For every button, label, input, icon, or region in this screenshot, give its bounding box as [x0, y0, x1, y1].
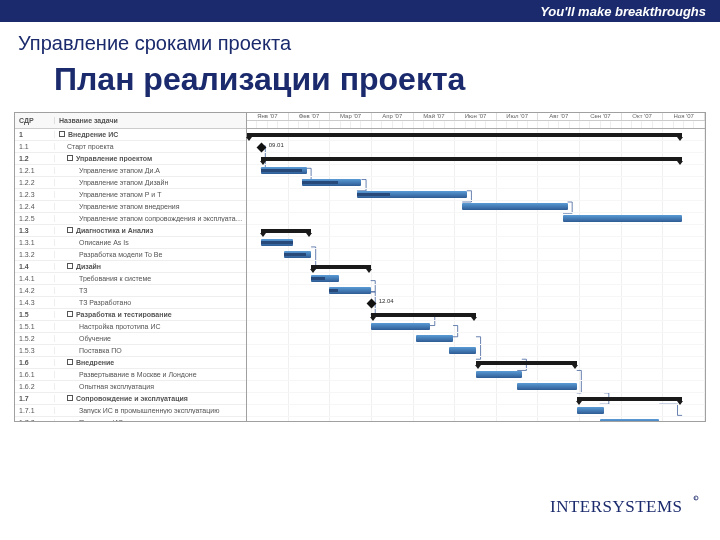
name-cell: Запуск ИС в промышленную эксплуатацию [55, 407, 246, 414]
chart-row: 09.01 [247, 141, 705, 153]
chart-row [247, 129, 705, 141]
wbs-cell: 1.7.1 [15, 407, 55, 414]
collapse-icon [67, 359, 73, 365]
name-cell: Управление проектом [55, 155, 246, 162]
chart-row [247, 213, 705, 225]
collapse-icon [59, 131, 65, 137]
week-cell [445, 121, 455, 128]
table-row: 1.1Старт проекта [15, 141, 246, 153]
task-bar [462, 203, 567, 210]
chart-row [247, 405, 705, 417]
table-row: 1.5.2Обучение [15, 333, 246, 345]
name-cell: Внедрение ИС [55, 131, 246, 138]
week-cell [393, 121, 403, 128]
week-cell [694, 121, 704, 128]
task-bar [357, 191, 467, 198]
name-cell: Опытная эксплуатация [55, 383, 246, 390]
table-header: СДР Название задачи [15, 113, 246, 129]
week-cell [663, 121, 673, 128]
wbs-cell: 1.2.3 [15, 191, 55, 198]
chart-row [247, 393, 705, 405]
task-bar [416, 335, 453, 342]
wbs-cell: 1 [15, 131, 55, 138]
week-cell [622, 121, 632, 128]
task-bar [371, 323, 431, 330]
table-row: 1.2.4Управление этапом внедрения [15, 201, 246, 213]
task-bar [563, 215, 682, 222]
wbs-cell: 1.6.1 [15, 371, 55, 378]
week-cell [611, 121, 621, 128]
page-title: План реализации проекта [54, 61, 720, 98]
name-cell: Сопровождение и эксплуатация [55, 395, 246, 402]
chart-row [247, 249, 705, 261]
task-bar [449, 347, 476, 354]
week-cell [299, 121, 309, 128]
week-cell [320, 121, 330, 128]
week-cell [268, 121, 278, 128]
table-row: 1.6.1Развертывание в Москве и Лондоне [15, 369, 246, 381]
wbs-cell: 1.7 [15, 395, 55, 402]
week-cell [341, 121, 351, 128]
month-header: Ноя '07 [663, 113, 705, 120]
table-row: 1.4.3ТЗ Разработано [15, 297, 246, 309]
summary-bar [261, 157, 682, 161]
chart-row [247, 261, 705, 273]
table-row: 1.2.3Управление этапом Р и Т [15, 189, 246, 201]
week-cell [632, 121, 642, 128]
week-cell [414, 121, 424, 128]
month-header: Авг '07 [538, 113, 580, 120]
wbs-cell: 1.3.1 [15, 239, 55, 246]
collapse-icon [67, 227, 73, 233]
table-row: 1.5.3Поставка ПО [15, 345, 246, 357]
wbs-cell: 1.2.5 [15, 215, 55, 222]
name-cell: Обучение [55, 335, 246, 342]
name-cell: Развертывание в Москве и Лондоне [55, 371, 246, 378]
table-row: 1.7.1Запуск ИС в промышленную эксплуатац… [15, 405, 246, 417]
name-cell: Разработка модели To Be [55, 251, 246, 258]
chart-row [247, 309, 705, 321]
week-cell [289, 121, 299, 128]
table-row: 1.2.1Управление этапом Ди.А [15, 165, 246, 177]
week-cell [466, 121, 476, 128]
name-cell: Управление этапом Р и Т [55, 191, 246, 198]
chart-row [247, 201, 705, 213]
wbs-cell: 1.2.1 [15, 167, 55, 174]
name-cell: Управление этапом внедрения [55, 203, 246, 210]
milestone-icon [366, 299, 376, 309]
wbs-cell: 1.6 [15, 359, 55, 366]
week-cell [382, 121, 392, 128]
chart-row [247, 285, 705, 297]
chart-row [247, 417, 705, 422]
wbs-cell: 1.2 [15, 155, 55, 162]
wbs-cell: 1.4 [15, 263, 55, 270]
task-bar [261, 239, 293, 246]
chart-row [247, 321, 705, 333]
name-cell: Диагностика и Анализ [55, 227, 246, 234]
name-cell: Управление этапом Дизайн [55, 179, 246, 186]
week-cell [309, 121, 319, 128]
week-cell [424, 121, 434, 128]
chart-row [247, 225, 705, 237]
wbs-cell: 1.6.2 [15, 383, 55, 390]
table-row: 1.5.1Настройка прототипа ИС [15, 321, 246, 333]
chart-row [247, 237, 705, 249]
wbs-cell: 1.2.2 [15, 179, 55, 186]
chart-row [247, 357, 705, 369]
collapse-icon [67, 263, 73, 269]
week-cell [570, 121, 580, 128]
name-cell: Описание As Is [55, 239, 246, 246]
name-cell: Требования к системе [55, 275, 246, 282]
name-cell: ТЗ [55, 287, 246, 294]
milestone-icon [256, 143, 266, 153]
table-row: 1.6Внедрение [15, 357, 246, 369]
table-row: 1.7.2Передача ИС на сопровождение [15, 417, 246, 422]
chart-row [247, 369, 705, 381]
chart-row [247, 165, 705, 177]
chart-row [247, 333, 705, 345]
month-header: Июл '07 [497, 113, 539, 120]
week-cell [653, 121, 663, 128]
week-cell [257, 121, 267, 128]
summary-bar [261, 229, 311, 233]
week-cell [684, 121, 694, 128]
collapse-icon [67, 311, 73, 317]
